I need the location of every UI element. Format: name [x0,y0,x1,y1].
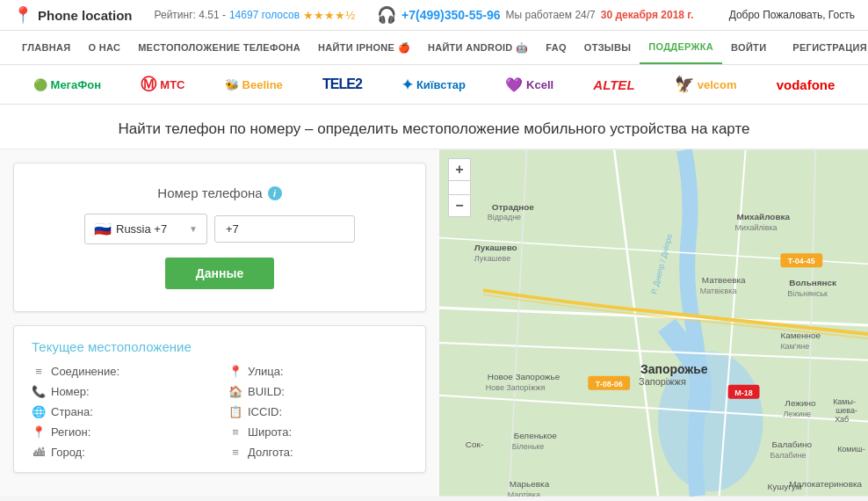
nav-item-home[interactable]: ГЛАВНАЯ [13,32,79,63]
field-number: 📞 Номер: [32,385,211,398]
svg-text:Хаб: Хаб [835,415,849,424]
carrier-mts[interactable]: Ⓜ МТС [141,74,184,95]
kyivstar-label: Київстар [416,78,466,91]
logo-area: 📍 Phone location [13,5,133,25]
beeline-icon: 🐝 [225,78,239,91]
carrier-kcell[interactable]: 💜 Kcell [505,76,553,93]
megafon-icon: 🟢 [33,78,47,91]
svg-text:Лежино: Лежино [785,398,816,408]
longitude-icon: ≡ [228,446,242,459]
rating-text: Рейтинг: 4.51 - [155,9,226,21]
svg-text:Михайлівка: Михайлівка [735,223,778,232]
country-field-label: Страна: [51,405,93,418]
mts-icon: Ⓜ [141,74,156,95]
svg-text:Каменное: Каменное [780,330,821,340]
nav-register[interactable]: Регистрация [784,32,868,63]
svg-text:Беленькое: Беленькое [514,431,558,440]
nav-item-location[interactable]: МЕСТОПОЛОЖЕНИЕ ТЕЛЕФОНА [129,32,309,63]
greeting-text: Добро Пожаловать, Гость [729,9,855,21]
search-button[interactable]: Данные [165,258,274,289]
phone-input[interactable] [214,215,355,243]
svg-text:T-08-06: T-08-06 [596,380,623,388]
svg-text:Лукашево: Лукашево [474,243,517,252]
field-connection: ≡ Соединение: [32,365,211,378]
carrier-tele2[interactable]: TELE2 [322,76,362,92]
search-card: Номер телефона i 🇷🇺 Russia +7 ▼ Данные [13,163,426,312]
nav-item-reviews[interactable]: ОТЗЫВЫ [575,32,640,63]
info-icon[interactable]: i [268,186,282,200]
logo-pin-icon: 📍 [13,5,33,25]
velcom-icon: 🦅 [675,75,694,94]
nav-bar: ГЛАВНАЯ О НАС МЕСТОПОЛОЖЕНИЕ ТЕЛЕФОНА НА… [0,31,868,65]
carrier-beeline[interactable]: 🐝 Beeline [225,78,283,91]
country-icon: 🌐 [32,405,46,418]
rating-votes-link[interactable]: 14697 голосов [229,9,300,21]
nav-item-faq[interactable]: FAQ [537,32,575,63]
country-label: Russia +7 [116,222,167,236]
svg-text:Отрадное: Отрадное [492,202,535,212]
region-label: Регион: [51,425,90,439]
svg-text:Михайловка: Михайловка [737,212,791,221]
svg-text:Кам'яне: Кам'яне [780,342,809,351]
vodafone-label: vodafone [777,77,835,92]
field-region: 📍 Регион: [32,425,211,439]
svg-text:Балабино: Балабино [771,439,812,449]
nav-item-about[interactable]: О НАС [79,32,129,63]
field-city: 🏙 Город: [32,446,211,459]
carrier-velcom[interactable]: 🦅 velcom [675,75,737,94]
carriers-bar: 🟢 МегаФон Ⓜ МТС 🐝 Beeline TELE2 ✦ Київст… [0,65,868,105]
field-latitude: ≡ Широта: [228,425,408,439]
map-svg: T-04-45 T-08-06 M-18 Отрадное Відрадне Л… [439,149,868,497]
svg-text:Мартівка: Мартівка [508,490,540,497]
svg-text:Матвієвка: Матвієвка [700,287,737,295]
country-select[interactable]: 🇷🇺 Russia +7 ▼ [84,214,207,244]
number-label: Номер: [51,385,90,398]
nav-item-android[interactable]: НАЙТИ ANDROID 🤖 [419,32,537,64]
svg-text:Нове Запоріжжя: Нове Запоріжжя [486,383,546,392]
work-hours: Мы работаем 24/7 [506,9,596,21]
svg-text:Вольнянск: Вольнянск [789,278,836,287]
carrier-altel[interactable]: ALTEL [593,77,634,92]
svg-text:шева-: шева- [835,406,857,415]
field-iccid: 📋 ICCID: [228,405,408,418]
zoom-in-button[interactable]: + [448,158,471,181]
zoom-out-button[interactable]: − [448,194,471,217]
select-arrow-icon: ▼ [189,224,198,234]
latitude-label: Широта: [248,425,292,439]
phone-number-link[interactable]: +7(499)350-55-96 [401,8,500,22]
street-label: Улица: [248,365,284,378]
location-grid: ≡ Соединение: 📍 Улица: 📞 Номер: 🏠 BUILD:… [32,365,408,459]
input-row: 🇷🇺 Russia +7 ▼ [40,214,399,244]
carrier-megafon[interactable]: 🟢 МегаФон [33,78,102,91]
altel-label: ALTEL [593,77,634,92]
svg-text:Новое Запорожье: Новое Запорожье [488,372,561,381]
svg-text:Лукашеве: Лукашеве [474,254,510,263]
svg-text:M-18: M-18 [734,388,752,397]
stars-icon: ★★★★½ [303,9,355,22]
connection-label: Соединение: [51,365,119,378]
svg-text:Балабине: Балабине [770,451,806,460]
kyivstar-icon: ✦ [401,76,413,93]
kcell-icon: 💜 [505,76,523,93]
carrier-vodafone[interactable]: vodafone [777,77,835,92]
hero-title: Найти телефон по номеру – определить мес… [0,105,868,149]
field-country: 🌐 Страна: [32,405,211,418]
street-icon: 📍 [228,365,242,378]
nav-item-support[interactable]: ПОДДЕРЖКА [640,31,722,64]
svg-text:Вільнянськ: Вільнянськ [787,289,828,298]
map-area[interactable]: T-04-45 T-08-06 M-18 Отрадное Відрадне Л… [439,149,868,497]
nav-item-iphone[interactable]: НАЙТИ IPHONE 🍎 [309,32,419,64]
nav-right: Войти Регистрация 🇷🇺 ▾ [722,31,868,64]
svg-text:Відрадне: Відрадне [488,213,521,221]
nav-login[interactable]: Войти [722,32,775,63]
svg-text:Малокатериновка: Малокатериновка [789,479,862,489]
map-controls: + − [448,158,471,217]
iccid-label: ICCID: [248,405,282,418]
mts-label: МТС [160,78,184,91]
svg-text:Біленьке: Біленьке [512,442,545,451]
svg-text:T-04-45: T-04-45 [788,257,815,265]
carrier-kyivstar[interactable]: ✦ Київстар [401,76,466,93]
svg-text:Камы-: Камы- [833,397,856,406]
date-info: 30 декабря 2018 г. [601,9,694,21]
headset-icon: 🎧 [377,5,396,25]
